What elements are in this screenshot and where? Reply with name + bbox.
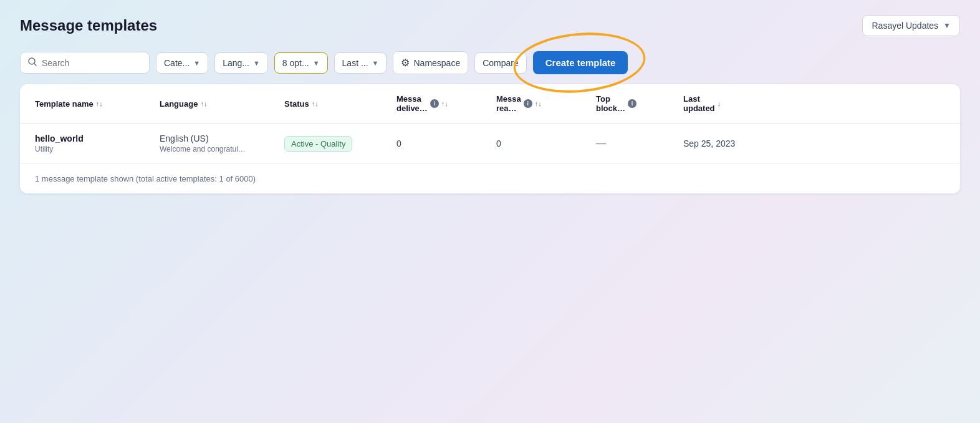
- compare-button[interactable]: Compare: [474, 52, 527, 74]
- cell-language: English (US) Welcome and congratul…: [160, 134, 284, 153]
- category-label: Cate...: [164, 58, 190, 68]
- col-status: Status ↑↓: [284, 94, 396, 113]
- options-dropdown[interactable]: 8 opt... ▼: [274, 52, 328, 74]
- table-footer: 1 message template shown (total active t…: [20, 164, 960, 193]
- cell-template-name: hello_world Utility: [35, 134, 160, 153]
- info-message-read[interactable]: i: [524, 99, 532, 108]
- create-template-label: Create template: [545, 57, 616, 68]
- last-dropdown[interactable]: Last ... ▼: [334, 52, 387, 74]
- namespace-label: Namespace: [413, 58, 460, 68]
- sort-message-read[interactable]: ↑↓: [535, 100, 542, 107]
- col-message-read: Messarea… i ↑↓: [496, 94, 596, 113]
- col-template-name: Template name ↑↓: [35, 94, 160, 113]
- toolbar: Cate... ▼ Lang... ▼ 8 opt... ▼ Last ... …: [20, 51, 960, 74]
- language-chevron: ▼: [253, 59, 260, 67]
- info-top-block[interactable]: i: [628, 99, 637, 108]
- workspace-chevron: ▼: [943, 21, 951, 30]
- cell-last-updated: Sep 25, 2023: [683, 139, 783, 148]
- create-template-button[interactable]: Create template: [533, 51, 628, 74]
- status-badge: Active - Quality: [284, 136, 352, 152]
- sort-last-updated[interactable]: ↓: [718, 100, 721, 107]
- workspace-selector[interactable]: Rasayel Updates ▼: [862, 15, 960, 36]
- category-chevron: ▼: [193, 59, 200, 67]
- main-card: Template name ↑↓ Language ↑↓ Status ↑↓ M…: [20, 84, 960, 193]
- col-last-updated: Lastupdated ↓: [683, 94, 783, 113]
- language-dropdown[interactable]: Lang... ▼: [214, 52, 268, 74]
- search-icon: [28, 57, 37, 68]
- category-dropdown[interactable]: Cate... ▼: [156, 52, 208, 74]
- sort-status[interactable]: ↑↓: [312, 100, 319, 107]
- sort-message-delivered[interactable]: ↑↓: [441, 100, 448, 107]
- page-title: Message templates: [20, 17, 157, 34]
- compare-label: Compare: [483, 58, 519, 68]
- search-wrapper: [20, 52, 150, 74]
- language-label: Lang...: [223, 58, 249, 68]
- col-language: Language ↑↓: [160, 94, 284, 113]
- sort-template-name[interactable]: ↑↓: [96, 100, 103, 107]
- search-input[interactable]: [42, 58, 142, 68]
- cell-message-delivered: 0: [396, 139, 496, 148]
- last-chevron: ▼: [372, 59, 379, 67]
- namespace-button[interactable]: ⚙ Namespace: [393, 51, 468, 74]
- options-label: 8 opt...: [282, 58, 309, 68]
- gear-icon: ⚙: [401, 57, 410, 69]
- workspace-label: Rasayel Updates: [872, 21, 938, 31]
- sort-language[interactable]: ↑↓: [200, 100, 207, 107]
- info-message-delivered[interactable]: i: [430, 99, 439, 108]
- page-header: Message templates Rasayel Updates ▼: [20, 15, 960, 36]
- table-header: Template name ↑↓ Language ↑↓ Status ↑↓ M…: [20, 84, 960, 124]
- col-top-block: Topblock… i: [596, 94, 683, 113]
- last-label: Last ...: [342, 58, 368, 68]
- cell-message-read: 0: [496, 139, 596, 148]
- options-chevron: ▼: [313, 59, 320, 67]
- create-template-wrapper: Create template: [533, 51, 628, 74]
- svg-line-1: [34, 64, 36, 66]
- cell-top-block: —: [596, 138, 683, 149]
- table-row: hello_world Utility English (US) Welcome…: [20, 124, 960, 164]
- col-message-delivered: Messadelive… i ↑↓: [396, 94, 496, 113]
- cell-status: Active - Quality: [284, 136, 396, 152]
